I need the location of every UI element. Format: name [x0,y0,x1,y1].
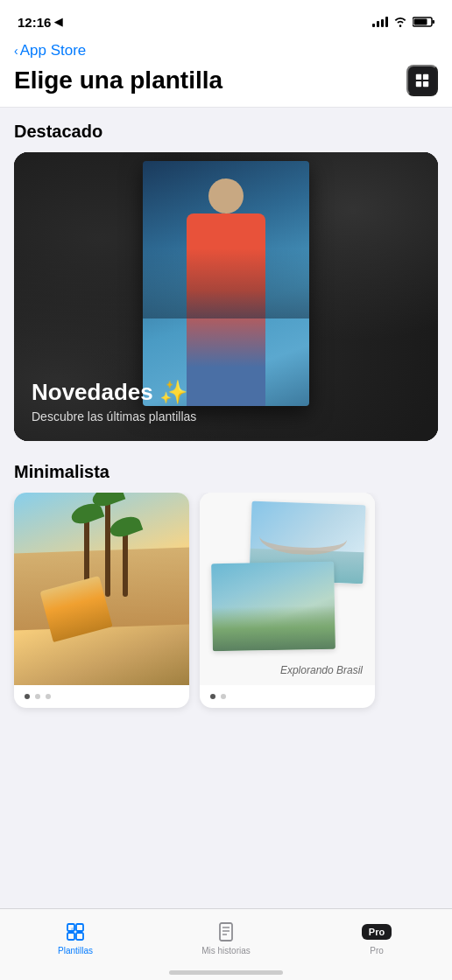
svg-rect-1 [433,20,435,24]
svg-rect-2 [414,19,427,25]
featured-headline: Novedades ✨ [32,379,420,406]
featured-text-overlay: Novedades ✨ Descubre las últimas plantil… [14,361,438,441]
pro-badge: Pro [362,924,392,940]
signal-icon [372,17,388,27]
tab-bar: Plantillas Mis historias Pro Pro [0,908,452,980]
dot-3 [46,694,51,699]
back-button[interactable]: ‹ App Store [14,42,438,60]
skater-background [14,493,189,685]
featured-subtitle: Descubre las últimas plantillas [32,410,420,424]
time-label: 12:16 [18,15,51,30]
card-dots-skater [14,685,189,708]
page-title: Elige una plantilla [14,66,222,94]
grid-icon [414,73,430,88]
collage-photo-bottom [211,562,335,651]
pro-label: Pro [370,946,384,956]
plantillas-icon [64,920,87,943]
card-dots-brazil [200,685,375,708]
svg-rect-4 [423,74,428,80]
featured-scroll[interactable]: Novedades ✨ Descubre las últimas plantil… [0,152,452,441]
status-icons [372,17,434,27]
status-time: 12:16 ◀ [18,15,62,30]
dot-1 [25,694,30,699]
plantillas-label: Plantillas [58,946,93,956]
palm-tree-2 [105,500,110,597]
svg-rect-5 [416,81,421,87]
pro-icon: Pro [365,920,388,943]
template-card-skater[interactable] [14,493,189,708]
svg-rect-13 [220,923,232,941]
tab-historias[interactable]: Mis historias [151,920,301,956]
back-label: App Store [20,42,87,60]
svg-rect-9 [67,933,74,940]
battery-icon [413,17,434,27]
brazil-background: Explorando Brasil [200,493,375,685]
palm-tree-3 [123,531,128,597]
skater-person [39,576,112,642]
grid-icon-button[interactable] [406,65,438,96]
wifi-icon [393,17,407,27]
tab-plantillas[interactable]: Plantillas [0,920,151,956]
template-card-brazil[interactable]: Explorando Brasil [200,493,375,708]
svg-rect-8 [76,924,83,931]
home-indicator [169,970,283,975]
svg-rect-6 [423,81,428,87]
minimalista-section-title: Minimalista [0,462,452,482]
minimalista-section: Minimalista [0,462,452,722]
skater-card-image [14,493,189,685]
brazil-card-image: Explorando Brasil [200,493,375,685]
svg-rect-3 [416,74,421,80]
minimalista-scroll: Explorando Brasil [0,493,452,722]
city-background [143,248,309,318]
historias-icon [215,920,237,943]
historias-label: Mis historias [201,946,251,956]
main-content: Destacado Novedades ✨ Descubre las últim… [0,108,452,722]
nav-bar: ‹ App Store Elige una plantilla [0,38,452,108]
brazil-caption: Explorando Brasil [280,664,363,676]
svg-rect-10 [76,933,83,940]
featured-section: Destacado Novedades ✨ Descubre las últim… [0,122,452,441]
featured-card[interactable]: Novedades ✨ Descubre las últimas plantil… [14,152,438,441]
tab-pro[interactable]: Pro Pro [301,920,452,956]
dot-2 [221,694,226,699]
featured-section-title: Destacado [0,122,452,142]
status-bar: 12:16 ◀ [0,0,452,38]
svg-point-12 [71,928,74,931]
dot-1 [210,694,215,699]
location-arrow-icon: ◀ [54,16,62,28]
dot-2 [35,694,40,699]
